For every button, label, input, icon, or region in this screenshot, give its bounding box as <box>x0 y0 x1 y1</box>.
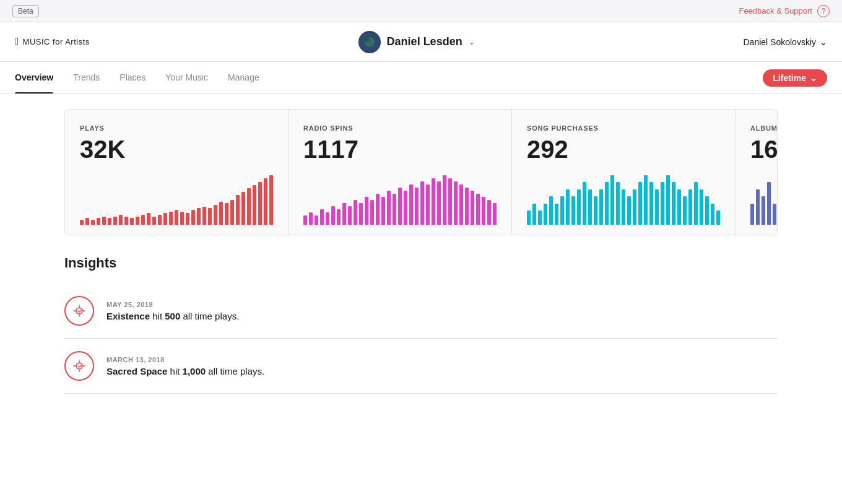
chart-bar <box>560 196 564 225</box>
chart-bar <box>538 211 542 225</box>
tab-your-music[interactable]: Your Music <box>165 62 208 93</box>
chart-bar <box>91 220 95 225</box>
chart-bar <box>337 209 341 225</box>
chart-bar <box>202 207 206 225</box>
logo-area:  MUSIC for Artists <box>15 35 90 48</box>
chart-bar <box>303 215 307 225</box>
chart-bar <box>315 215 318 225</box>
feedback-support-link[interactable]: Feedback & Support <box>739 6 812 15</box>
chart-bar <box>555 204 558 225</box>
artist-chevron-icon: ⌄ <box>469 38 475 46</box>
chart-album-purchases <box>750 173 778 235</box>
chart-bar <box>549 196 553 225</box>
period-selector-button[interactable]: Lifetime ⌄ <box>763 69 827 87</box>
chart-bar <box>627 196 631 225</box>
chart-bar <box>113 217 117 225</box>
chart-bar <box>180 212 184 225</box>
insight-text: Existence hit 500 all time plays. <box>106 311 239 321</box>
chart-bar <box>85 218 89 225</box>
chart-bar <box>230 200 234 225</box>
header:  MUSIC for Artists Daniel Lesden ⌄ Dani… <box>0 22 842 62</box>
chart-bar <box>108 218 111 225</box>
chart-plays <box>80 173 273 235</box>
chart-bar <box>253 185 256 225</box>
stat-card-album-purchases[interactable]: ALBUM PURCHASES167 <box>736 110 778 235</box>
chart-bar <box>97 218 100 225</box>
chart-bar <box>700 189 703 225</box>
top-bar-right: Feedback & Support ? <box>739 5 830 17</box>
stats-grid: PLAYS32KRADIO SPINS1117SONG PURCHASES292… <box>64 109 778 235</box>
chart-bar <box>622 189 625 225</box>
chart-bar <box>482 197 485 225</box>
chart-bar <box>544 204 547 225</box>
top-bar: Beta Feedback & Support ? <box>0 0 842 22</box>
stat-card-song-purchases[interactable]: SONG PURCHASES292 <box>512 110 736 235</box>
period-label: Lifetime <box>773 73 806 83</box>
chart-bar <box>393 194 396 225</box>
chart-bar <box>219 202 223 225</box>
tab-manage[interactable]: Manage <box>228 62 259 93</box>
chart-bar <box>186 213 189 225</box>
chart-bar <box>633 189 636 225</box>
stat-value-radio-spins: 1117 <box>303 136 497 163</box>
chart-bar <box>404 191 407 225</box>
chart-bar <box>762 196 765 225</box>
tab-overview[interactable]: Overview <box>15 62 53 93</box>
chart-bar <box>348 206 352 225</box>
chart-bar <box>163 213 167 225</box>
chart-bar <box>476 194 480 225</box>
chart-bar <box>616 182 620 225</box>
chart-bar <box>711 204 714 225</box>
chart-bar <box>487 200 491 225</box>
chart-bar <box>688 189 692 225</box>
chart-bar <box>605 182 609 225</box>
insight-content: MAY 25, 2018Existence hit 500 all time p… <box>106 301 239 321</box>
chart-bar <box>130 218 134 225</box>
chart-bar <box>191 210 195 225</box>
chart-bar <box>381 197 385 225</box>
chart-bar <box>527 211 531 225</box>
period-chevron-icon: ⌄ <box>810 73 817 83</box>
chart-bar <box>716 211 720 225</box>
tab-trends[interactable]: Trends <box>73 62 100 93</box>
chart-bar <box>705 196 709 225</box>
chart-bar <box>175 210 178 225</box>
chart-bar <box>432 178 435 225</box>
help-icon[interactable]: ? <box>817 5 830 17</box>
chart-bar <box>661 182 664 225</box>
chart-bar <box>141 215 145 225</box>
chart-bar <box>773 204 776 225</box>
chart-bar <box>370 200 374 225</box>
insight-text: Sacred Space hit 1,000 all time plays. <box>106 366 264 376</box>
user-selector[interactable]: Daniel Sokolovskiy ⌄ <box>744 37 828 47</box>
chart-bar <box>437 181 441 225</box>
tab-places[interactable]: Places <box>119 62 145 93</box>
artist-selector[interactable]: Daniel Lesden ⌄ <box>358 31 475 53</box>
chart-bar <box>672 182 675 225</box>
chart-bar <box>420 181 424 225</box>
chart-bar <box>152 217 156 225</box>
chart-bar <box>208 208 212 225</box>
logo-text: MUSIC for Artists <box>23 37 90 46</box>
artist-name: Daniel Lesden <box>387 35 462 48</box>
stat-card-radio-spins[interactable]: RADIO SPINS1117 <box>289 110 512 235</box>
chart-bar <box>694 182 698 225</box>
chart-bar <box>644 175 648 225</box>
chart-bar <box>454 181 458 225</box>
stat-label-album-purchases: ALBUM PURCHASES <box>750 124 778 132</box>
chart-bar <box>655 189 659 225</box>
chart-bar <box>426 185 430 225</box>
chart-bar <box>638 182 642 225</box>
stat-value-song-purchases: 292 <box>527 136 720 163</box>
chart-bar <box>258 182 262 225</box>
chart-bar <box>236 195 240 225</box>
stat-card-plays[interactable]: PLAYS32K <box>65 110 289 235</box>
chart-bar <box>459 185 463 225</box>
nav-tabs: Overview Trends Places Your Music Manage <box>15 62 259 93</box>
chart-bar <box>409 185 413 225</box>
chart-bar <box>588 189 592 225</box>
chart-bar <box>331 206 335 225</box>
stat-label-song-purchases: SONG PURCHASES <box>527 124 720 132</box>
chart-bar <box>309 212 313 225</box>
insight-date: MAY 25, 2018 <box>106 301 239 308</box>
